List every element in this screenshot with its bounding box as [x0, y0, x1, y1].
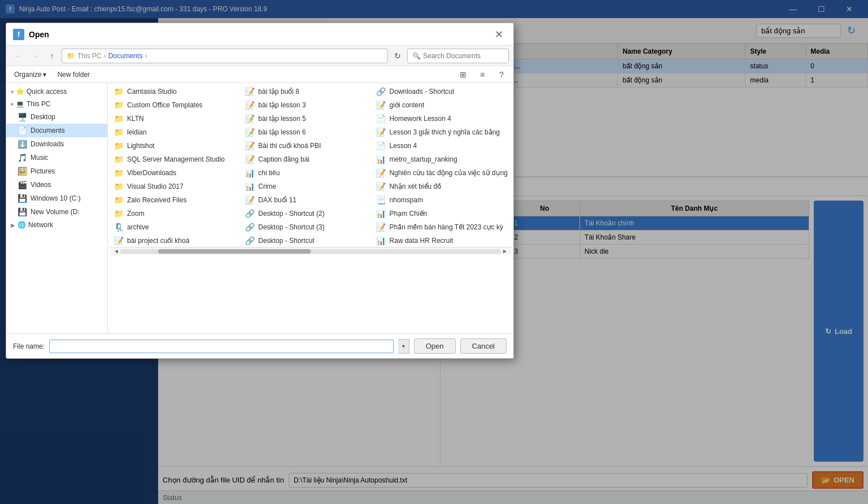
file-item-gioi-content[interactable]: 📝 giới content	[373, 99, 511, 111]
file-item-desktop-shortcut[interactable]: 🔗 Desktop - Shortcut	[241, 234, 371, 247]
file-item-nhomspam[interactable]: 📃 nhomspam	[373, 194, 511, 206]
network-icon: 🌐	[18, 221, 26, 229]
folder-icon: 📁	[114, 141, 124, 150]
desktop-label: Desktop	[30, 113, 55, 121]
file-name: nhomspam	[390, 196, 423, 204]
view-options-button[interactable]: ⊞	[456, 67, 470, 82]
file-item-chitieu[interactable]: 📊 chi tiêu	[241, 167, 371, 179]
file-item-sqlserver[interactable]: 📁 SQL Server Management Studio	[110, 153, 240, 166]
folder-icon: 📁	[114, 182, 124, 191]
quick-access-header[interactable]: ▾ ⭐ Quick access	[6, 85, 107, 98]
file-item-desktop-shortcut3[interactable]: 🔗 Desktop - Shortcut (3)	[241, 221, 371, 233]
file-item-metro[interactable]: 📊 metro_startup_ranking	[373, 153, 511, 166]
documents-label: Documents	[30, 127, 65, 134]
file-item-bai-project[interactable]: 📝 bài project cuối khoá	[110, 234, 240, 247]
word-icon: 📝	[245, 155, 255, 164]
file-name: Homework Lesson 4	[390, 115, 451, 123]
file-item-bai-thi-cuoi[interactable]: 📝 Bài thi cuối khoá PBI	[241, 140, 371, 152]
address-bar[interactable]: 📁 This PC › Documents ›	[62, 49, 388, 63]
nav-desktop[interactable]: 🖥️ Desktop	[6, 110, 107, 124]
folder-icon: 📁	[114, 101, 124, 110]
file-item-downloads-shortcut[interactable]: 🔗 Downloads - Shortcut	[373, 85, 511, 98]
horizontal-scrollbar[interactable]: ◄ ►	[110, 247, 511, 255]
up-button[interactable]: ↑	[45, 49, 59, 63]
pictures-label: Pictures	[30, 167, 55, 175]
nav-downloads[interactable]: ⬇️ Downloads	[6, 137, 107, 151]
file-item-lightshot[interactable]: 📁 Lightshot	[110, 140, 240, 152]
nav-music[interactable]: 🎵 Music	[6, 151, 107, 164]
file-item-word8[interactable]: 📝 bài tập buổi 8	[241, 85, 371, 98]
nav-pictures[interactable]: 🖼️ Pictures	[6, 164, 107, 178]
drive-d-label: New Volume (D:	[30, 208, 80, 216]
forward-button[interactable]: →	[28, 49, 42, 63]
word-icon: 📝	[245, 114, 255, 123]
file-item-zoom[interactable]: 📁 Zoom	[110, 207, 240, 220]
scroll-right-icon[interactable]: ►	[501, 248, 509, 254]
file-name: Nhận xét biểu đồ	[390, 183, 442, 190]
word-icon: 📝	[376, 101, 386, 110]
filename-input[interactable]	[49, 340, 394, 353]
file-item-lesson6[interactable]: 📝 bài tập lesson 6	[241, 126, 371, 138]
dialog-open-button[interactable]: Open	[414, 338, 456, 354]
file-item-leidian[interactable]: 📁 leidian	[110, 126, 240, 138]
file-item-nhan-xet[interactable]: 📝 Nhận xét biểu đồ	[373, 180, 511, 193]
shortcut-icon: 🔗	[245, 223, 255, 232]
file-item-lesson4[interactable]: 📄 Lesson 4	[373, 140, 511, 152]
file-item-phan-mem[interactable]: 📝 Phần mềm bán hàng Tết 2023 cực kỳ	[373, 221, 511, 233]
file-item-archive[interactable]: 🗜️ archive	[110, 221, 240, 233]
nav-pane: ▾ ⭐ Quick access ▾ 💻 This PC 🖥️ Desktop …	[6, 83, 108, 333]
file-item-kltn[interactable]: 📁 KLTN	[110, 112, 240, 125]
music-label: Music	[30, 154, 48, 162]
doc-icon: 📄	[376, 141, 386, 150]
file-item-raw-data[interactable]: 📊 Raw data HR Recruit	[373, 234, 511, 247]
file-item-zalo[interactable]: 📁 Zalo Received Files	[110, 194, 240, 206]
help-button[interactable]: ?	[494, 67, 509, 82]
word-icon: 📝	[376, 128, 386, 137]
address-refresh-button[interactable]: ↻	[390, 49, 405, 63]
scroll-left-icon[interactable]: ◄	[112, 248, 120, 254]
nav-volume-d[interactable]: 💾 New Volume (D:	[6, 205, 107, 219]
organize-button[interactable]: Organize ▾	[11, 69, 50, 80]
file-item-lesson5[interactable]: 📝 bài tập lesson 5	[241, 112, 371, 125]
excel-icon: 📊	[376, 236, 386, 245]
excel-icon: 📊	[376, 155, 386, 164]
nav-videos[interactable]: 🎬 Videos	[6, 178, 107, 192]
file-name: Phần mềm bán hàng Tết 2023 cực kỳ	[390, 223, 504, 231]
file-item-lesson3[interactable]: 📝 bài tập lesson 3	[241, 99, 371, 111]
folder-icon: 📁	[114, 87, 124, 96]
nav-windows-c[interactable]: 💾 Windows 10 (C:)	[6, 192, 107, 205]
file-item-caption[interactable]: 📝 Caption đăng bài	[241, 153, 371, 166]
dialog-cancel-button[interactable]: Cancel	[460, 338, 507, 354]
this-pc-icon: 💻	[16, 100, 24, 108]
nav-documents[interactable]: 📄 Documents	[6, 124, 107, 137]
file-item-viber[interactable]: 📁 ViberDownloads	[110, 167, 240, 179]
search-input[interactable]	[423, 52, 508, 60]
doc-icon: 📄	[376, 114, 386, 123]
this-pc-header[interactable]: ▾ 💻 This PC	[6, 98, 107, 110]
file-name: DAX buổi 11	[258, 196, 296, 204]
network-header[interactable]: ▶ 🌐 Network	[6, 219, 107, 231]
file-item-pham-chien[interactable]: 📊 Phạm Chiến	[373, 207, 511, 220]
view-toggle-button[interactable]: ≡	[475, 67, 490, 82]
file-item-crime[interactable]: 📊 Crime	[241, 180, 371, 193]
word-icon: 📝	[376, 223, 386, 232]
shortcut-icon: 🔗	[245, 209, 255, 218]
file-item-custom-templates[interactable]: 📁 Custom Office Templates	[110, 99, 240, 111]
new-folder-button[interactable]: New folder	[54, 69, 93, 80]
file-item-dax[interactable]: 📝 DAX buổi 11	[241, 194, 371, 206]
back-button[interactable]: ←	[11, 49, 25, 63]
network-label: Network	[28, 221, 53, 229]
file-name: bài tập lesson 3	[258, 101, 306, 109]
file-item-camtasia[interactable]: 📁 Camtasia Studio	[110, 85, 240, 98]
file-item-visual-studio[interactable]: 📁 Visual Studio 2017	[110, 180, 240, 193]
file-item-nghien-cuu[interactable]: 📝 Nghiên cứu tác động của việc sử dụng	[373, 167, 511, 179]
filename-dropdown[interactable]: ▾	[398, 339, 409, 354]
dialog-close-button[interactable]: ✕	[491, 27, 507, 42]
word-icon: 📝	[376, 168, 386, 177]
file-item-desktop-shortcut2[interactable]: 🔗 Desktop - Shortcut (2)	[241, 207, 371, 220]
file-item-lesson3-giai[interactable]: 📝 Lesson 3 giải thích ý nghĩa các bảng	[373, 126, 511, 138]
file-item-homework4[interactable]: 📄 Homework Lesson 4	[373, 112, 511, 125]
downloads-icon: ⬇️	[18, 140, 27, 149]
excel-icon: 📊	[245, 182, 255, 191]
dialog-title-bar: f Open ✕	[6, 23, 513, 46]
